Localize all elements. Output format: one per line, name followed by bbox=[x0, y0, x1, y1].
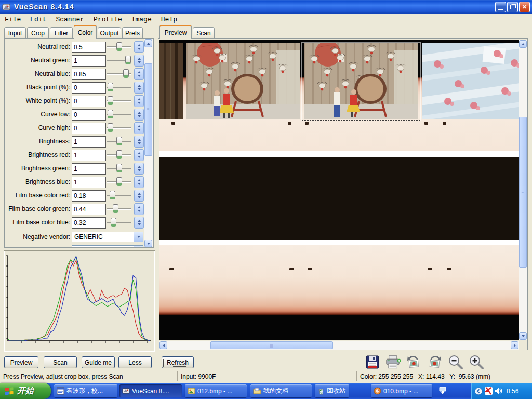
setting-input[interactable] bbox=[72, 217, 106, 229]
spinner-control[interactable] bbox=[134, 163, 144, 175]
display-icon[interactable] bbox=[439, 387, 446, 395]
tab-crop[interactable]: Crop bbox=[27, 27, 49, 38]
spin-up-icon[interactable] bbox=[138, 125, 141, 127]
crop-box[interactable] bbox=[302, 43, 420, 121]
scroll-left-icon[interactable] bbox=[159, 341, 167, 349]
spin-up-icon[interactable] bbox=[138, 220, 141, 222]
zoom-in-icon[interactable] bbox=[468, 354, 485, 370]
save-icon[interactable] bbox=[364, 354, 381, 370]
spin-down-icon[interactable] bbox=[138, 75, 141, 77]
setting-input[interactable] bbox=[72, 177, 106, 188]
negative-vendor-select[interactable]: GENERIC bbox=[72, 232, 143, 242]
setting-slider[interactable] bbox=[107, 46, 131, 47]
scroll-down-icon[interactable] bbox=[144, 240, 152, 247]
setting-input[interactable] bbox=[72, 123, 106, 134]
setting-input[interactable] bbox=[72, 163, 106, 175]
settings-scrollbar[interactable]: ≡ bbox=[144, 39, 153, 247]
slider-thumb[interactable] bbox=[108, 123, 113, 132]
spinner-control[interactable] bbox=[134, 41, 144, 53]
spin-down-icon[interactable] bbox=[138, 210, 141, 212]
setting-input[interactable] bbox=[72, 150, 106, 161]
hscrollbar-thumb[interactable]: ||| bbox=[210, 341, 332, 349]
menu-file[interactable]: File bbox=[0, 15, 25, 24]
setting-slider[interactable] bbox=[107, 208, 131, 209]
setting-input[interactable] bbox=[72, 69, 106, 80]
print-icon[interactable] bbox=[384, 354, 402, 370]
spin-down-icon[interactable] bbox=[138, 102, 141, 104]
antivirus-icon[interactable] bbox=[485, 387, 493, 395]
spin-up-icon[interactable] bbox=[138, 112, 141, 114]
slider-thumb[interactable] bbox=[113, 204, 118, 213]
taskbar-button-2[interactable]: VueScan 8.... bbox=[119, 384, 182, 397]
spinner-control[interactable] bbox=[134, 68, 144, 80]
spin-up-icon[interactable] bbox=[138, 166, 141, 168]
setting-slider[interactable] bbox=[107, 195, 131, 196]
spin-up-icon[interactable] bbox=[138, 152, 141, 154]
slider-thumb[interactable] bbox=[108, 83, 113, 91]
setting-input[interactable] bbox=[72, 42, 106, 53]
zoom-out-icon[interactable] bbox=[447, 354, 464, 370]
spin-up-icon[interactable] bbox=[138, 179, 141, 181]
spin-up-icon[interactable] bbox=[138, 98, 141, 100]
spin-down-icon[interactable] bbox=[138, 129, 141, 131]
spinner-control[interactable] bbox=[134, 82, 144, 94]
tab-input[interactable]: Input bbox=[4, 27, 26, 38]
menu-help[interactable]: Help bbox=[156, 15, 182, 24]
spin-down-icon[interactable] bbox=[138, 115, 141, 117]
scroll-up-icon[interactable] bbox=[144, 39, 152, 47]
spin-up-icon[interactable] bbox=[138, 44, 141, 46]
taskbar-button-6[interactable]: 010.bmp - ... bbox=[371, 384, 432, 397]
setting-slider[interactable] bbox=[107, 154, 131, 155]
preview-button[interactable]: Preview bbox=[4, 356, 38, 368]
taskbar-button-4[interactable]: 我的文档 bbox=[250, 384, 312, 397]
spinner-control[interactable] bbox=[134, 203, 144, 215]
scroll-up-icon[interactable] bbox=[519, 40, 527, 48]
scroll-right-icon[interactable] bbox=[511, 341, 518, 349]
setting-slider[interactable] bbox=[107, 141, 131, 142]
scroll-down-icon[interactable] bbox=[519, 332, 527, 340]
refresh-button[interactable]: Refresh bbox=[162, 356, 194, 368]
spin-down-icon[interactable] bbox=[138, 88, 141, 90]
slider-thumb[interactable] bbox=[116, 42, 122, 51]
spin-down-icon[interactable] bbox=[138, 142, 141, 144]
spin-up-icon[interactable] bbox=[138, 58, 141, 60]
setting-slider[interactable] bbox=[107, 87, 131, 88]
volume-icon[interactable] bbox=[495, 387, 503, 395]
menu-scanner[interactable]: Scanner bbox=[51, 15, 89, 24]
setting-input[interactable] bbox=[72, 204, 106, 215]
tab-scan[interactable]: Scan bbox=[193, 27, 215, 38]
taskbar-button-3[interactable]: 012.bmp - ... bbox=[185, 384, 247, 397]
spinner-control[interactable] bbox=[134, 55, 144, 66]
spin-up-icon[interactable] bbox=[138, 85, 141, 87]
collapse-chevron-icon[interactable] bbox=[474, 387, 483, 395]
spin-up-icon[interactable] bbox=[138, 71, 141, 73]
slider-thumb[interactable] bbox=[110, 191, 115, 200]
restore-button[interactable] bbox=[507, 2, 518, 12]
close-button[interactable]: ✕ bbox=[519, 2, 530, 12]
spinner-control[interactable] bbox=[134, 109, 144, 121]
spinner-control[interactable] bbox=[134, 190, 144, 202]
setting-input[interactable] bbox=[72, 82, 106, 94]
slider-thumb[interactable] bbox=[116, 164, 122, 172]
menu-image[interactable]: Image bbox=[127, 15, 156, 24]
slider-thumb[interactable] bbox=[116, 150, 122, 159]
spinner-control[interactable] bbox=[134, 122, 144, 134]
chevron-down-icon[interactable] bbox=[134, 246, 143, 248]
setting-input[interactable] bbox=[72, 190, 106, 202]
scan-button[interactable]: Scan bbox=[44, 356, 77, 368]
slider-thumb[interactable] bbox=[111, 218, 116, 227]
tab-output[interactable]: Output bbox=[98, 27, 121, 38]
setting-input[interactable] bbox=[72, 55, 106, 66]
setting-input[interactable] bbox=[72, 96, 106, 107]
slider-thumb[interactable] bbox=[116, 177, 122, 186]
preview-vscrollbar[interactable]: ≡ bbox=[519, 40, 527, 340]
tab-preview[interactable]: Preview bbox=[159, 25, 192, 39]
preview-hscrollbar[interactable]: ||| bbox=[159, 341, 519, 350]
setting-slider[interactable] bbox=[107, 222, 131, 223]
tab-filter[interactable]: Filter bbox=[50, 27, 73, 38]
setting-slider[interactable] bbox=[107, 114, 131, 115]
start-button[interactable]: 开始 bbox=[0, 383, 51, 399]
spinner-control[interactable] bbox=[134, 95, 144, 107]
taskbar-button-5[interactable]: 回收站 bbox=[315, 384, 349, 397]
slider-thumb[interactable] bbox=[125, 56, 131, 64]
